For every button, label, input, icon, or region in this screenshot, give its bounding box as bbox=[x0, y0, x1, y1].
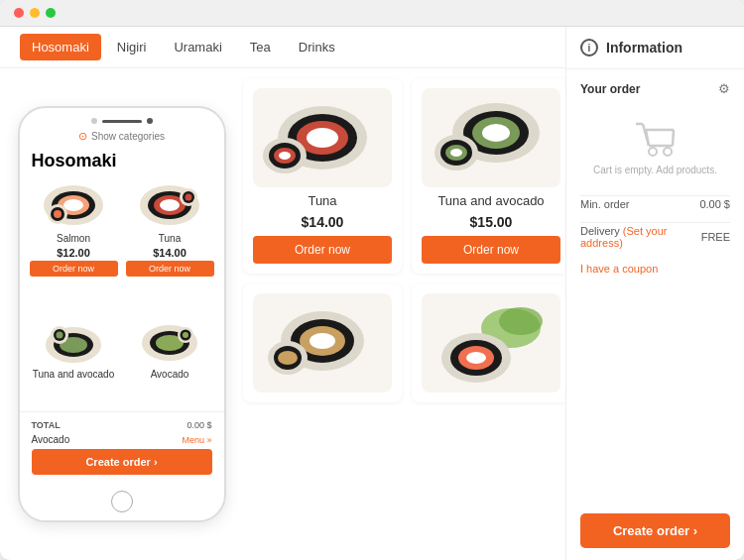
main-area: Hosomaki Nigiri Uramaki Tea Drinks bbox=[0, 27, 565, 560]
browser-bar bbox=[0, 0, 744, 27]
phone-home-area bbox=[20, 483, 224, 520]
product-tuna-avocado-name: Tuna and avocado bbox=[437, 193, 544, 208]
svg-point-43 bbox=[450, 149, 462, 157]
phone-mockup-wrapper: ⊙ Show categories Hosomaki bbox=[0, 68, 238, 560]
phone-tuna-price: $14.00 bbox=[153, 247, 186, 259]
phone-avocado-name: Avocado bbox=[151, 369, 189, 381]
delivery-label: Delivery (Set your address) bbox=[580, 225, 701, 249]
product-tuna-avocado-image bbox=[422, 88, 560, 187]
eye-icon: ⊙ bbox=[78, 130, 87, 143]
create-order-btn[interactable]: Create order › bbox=[580, 513, 730, 548]
info-panel: i Information Your order ⚙ bbox=[565, 27, 744, 560]
gear-icon[interactable]: ⚙ bbox=[718, 81, 730, 96]
phone-salmon-image bbox=[38, 179, 109, 231]
phone-product-tuna: Tuna $14.00 Order now bbox=[126, 179, 214, 307]
phone-product-avocado: Avocado bbox=[126, 315, 214, 411]
minimize-dot[interactable] bbox=[30, 8, 40, 18]
product-4-image bbox=[422, 293, 560, 392]
phone-tuna-avocado-name: Tuna and avocado bbox=[33, 369, 114, 381]
tab-tea[interactable]: Tea bbox=[238, 34, 283, 60]
phone-salmon-order-btn[interactable]: Order now bbox=[30, 261, 118, 277]
phone-create-order-btn[interactable]: Create order › bbox=[32, 449, 212, 475]
product-tuna-order-btn[interactable]: Order now bbox=[253, 236, 392, 264]
phone-tuna-avocado-image bbox=[38, 315, 109, 367]
svg-point-64 bbox=[664, 148, 672, 156]
phone-total-value: 0.00 $ bbox=[186, 420, 211, 430]
svg-point-48 bbox=[310, 333, 335, 349]
cart-area: Cart is empty. Add products. bbox=[580, 106, 730, 185]
tab-hosomaki[interactable]: Hosomaki bbox=[20, 34, 101, 60]
svg-point-58 bbox=[466, 352, 486, 364]
info-icon: i bbox=[580, 39, 598, 56]
phone-category-title: Hosomaki bbox=[20, 147, 224, 179]
expand-dot[interactable] bbox=[46, 8, 56, 18]
phone-tuna-image bbox=[134, 179, 205, 231]
product-card-tuna: Tuna $14.00 Order now bbox=[243, 78, 402, 274]
tab-drinks[interactable]: Drinks bbox=[287, 34, 347, 60]
phone-total-row: TOTAL 0.00 $ bbox=[32, 420, 212, 430]
svg-point-39 bbox=[482, 124, 510, 142]
svg-point-51 bbox=[278, 351, 298, 365]
min-order-label: Min. order bbox=[580, 198, 630, 210]
phone-tuna-order-btn[interactable]: Order now bbox=[126, 261, 214, 277]
delivery-value: FREE bbox=[701, 231, 730, 243]
browser-window: Hosomaki Nigiri Uramaki Tea Drinks bbox=[0, 0, 744, 560]
cart-empty-text: Cart is empty. Add products. bbox=[593, 165, 717, 175]
product-tuna-avocado-order-btn[interactable]: Order now bbox=[422, 236, 560, 264]
phone-tuna-name: Tuna bbox=[159, 233, 181, 245]
svg-point-13 bbox=[186, 194, 192, 201]
phone-home-button[interactable] bbox=[111, 491, 133, 512]
phone-salmon-name: Salmon bbox=[57, 233, 90, 245]
tab-uramaki[interactable]: Uramaki bbox=[162, 34, 233, 60]
phone-menu-link[interactable]: Menu » bbox=[182, 435, 211, 445]
order-label: Your order bbox=[580, 82, 640, 96]
svg-point-30 bbox=[307, 128, 338, 148]
product-tuna-name: Tuna bbox=[308, 193, 336, 208]
info-header: i Information bbox=[566, 27, 744, 69]
product-tuna-price: $14.00 bbox=[302, 214, 344, 230]
coupon-link[interactable]: I have a coupon bbox=[580, 261, 730, 277]
browser-content: Hosomaki Nigiri Uramaki Tea Drinks bbox=[0, 27, 744, 560]
navigation: Hosomaki Nigiri Uramaki Tea Drinks bbox=[0, 27, 565, 68]
svg-point-3 bbox=[63, 199, 83, 211]
cart-icon bbox=[631, 116, 681, 161]
phone-product-grid: Salmon $12.00 Order now bbox=[20, 179, 224, 411]
svg-point-34 bbox=[279, 152, 291, 160]
phone-footer: TOTAL 0.00 $ Avocado Menu » Create order… bbox=[20, 411, 224, 483]
delivery-row: Delivery (Set your address) FREE bbox=[580, 222, 730, 251]
product-3-image bbox=[253, 293, 392, 392]
phone-avocado-row: Avocado Menu » bbox=[32, 434, 212, 445]
phone-indicators bbox=[20, 108, 224, 130]
svg-point-54 bbox=[499, 307, 543, 335]
phone-dot-1 bbox=[91, 118, 97, 124]
product-card-3 bbox=[243, 283, 402, 402]
product-card-4 bbox=[412, 283, 565, 402]
phone-dot-2 bbox=[147, 118, 153, 124]
min-order-row: Min. order 0.00 $ bbox=[580, 195, 730, 212]
tab-nigiri[interactable]: Nigiri bbox=[105, 34, 159, 60]
phone-avocado-image bbox=[134, 315, 205, 367]
phone-product-tuna-avocado: Tuna and avocado bbox=[30, 315, 118, 411]
svg-point-19 bbox=[57, 332, 63, 339]
phone-salmon-price: $12.00 bbox=[57, 247, 90, 259]
svg-point-25 bbox=[183, 332, 188, 338]
product-card-tuna-avocado: Tuna and avocado $15.00 Order now bbox=[412, 78, 565, 274]
product-grid: Tuna $14.00 Order now bbox=[243, 78, 556, 402]
phone-product-salmon: Salmon $12.00 Order now bbox=[30, 179, 118, 307]
info-title: Information bbox=[606, 40, 682, 56]
svg-point-6 bbox=[54, 210, 62, 218]
min-order-value: 0.00 $ bbox=[699, 198, 730, 210]
phone-bar bbox=[102, 120, 142, 123]
phone-total-label: TOTAL bbox=[32, 420, 61, 430]
product-grid-wrapper: Tuna $14.00 Order now bbox=[238, 68, 565, 560]
order-section: Your order ⚙ bbox=[566, 69, 744, 560]
phone-mockup: ⊙ Show categories Hosomaki bbox=[18, 106, 226, 522]
show-categories[interactable]: ⊙ Show categories bbox=[20, 130, 224, 147]
order-header: Your order ⚙ bbox=[580, 81, 730, 96]
phone-avocado-label: Avocado bbox=[32, 434, 70, 445]
close-dot[interactable] bbox=[14, 8, 24, 18]
product-tuna-avocado-price: $15.00 bbox=[470, 214, 513, 230]
svg-point-10 bbox=[160, 199, 180, 211]
product-tuna-image bbox=[253, 88, 392, 187]
content-area: ⊙ Show categories Hosomaki bbox=[0, 68, 565, 560]
